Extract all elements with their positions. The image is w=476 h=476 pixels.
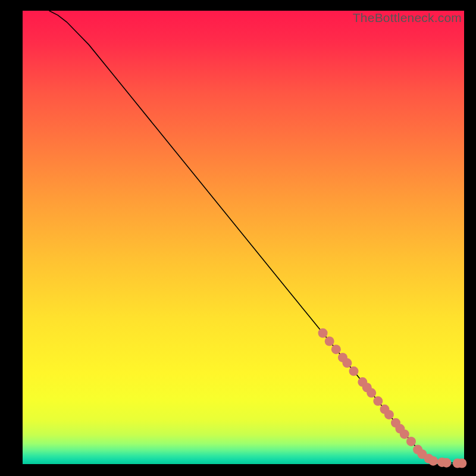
line-series	[49, 11, 464, 463]
chart-svg	[23, 11, 464, 464]
data-marker	[400, 430, 409, 439]
plot-area: TheBottleneck.com	[23, 11, 464, 464]
data-marker	[331, 345, 341, 354]
data-marker	[325, 337, 334, 346]
data-marker	[441, 458, 451, 468]
data-marker	[349, 367, 359, 376]
data-marker	[342, 358, 352, 368]
data-marker	[318, 328, 328, 338]
data-marker	[384, 410, 394, 419]
data-marker	[367, 388, 376, 397]
data-marker	[373, 396, 383, 406]
data-marker	[457, 458, 466, 468]
marker-series	[318, 328, 467, 468]
chart-stage: TheBottleneck.com	[0, 0, 476, 476]
data-marker	[428, 456, 438, 466]
data-marker	[406, 437, 416, 446]
